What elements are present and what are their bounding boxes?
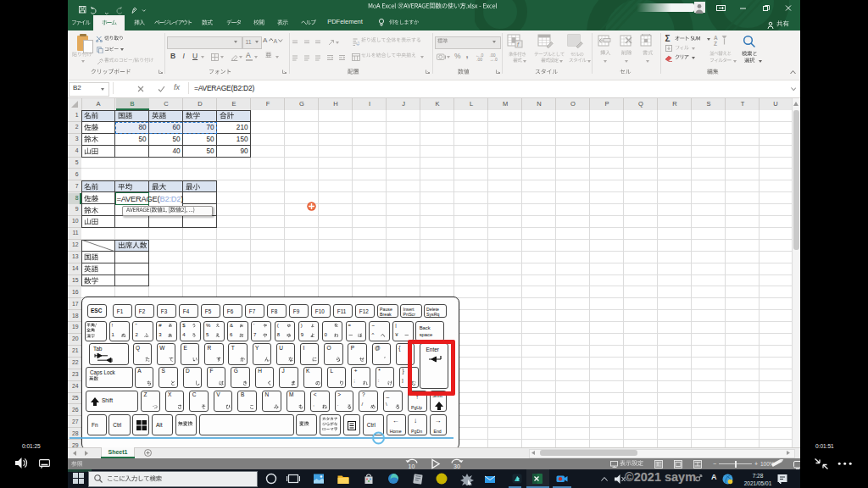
svg-text:30: 30 [453, 463, 460, 469]
svg-text:10: 10 [409, 463, 415, 469]
